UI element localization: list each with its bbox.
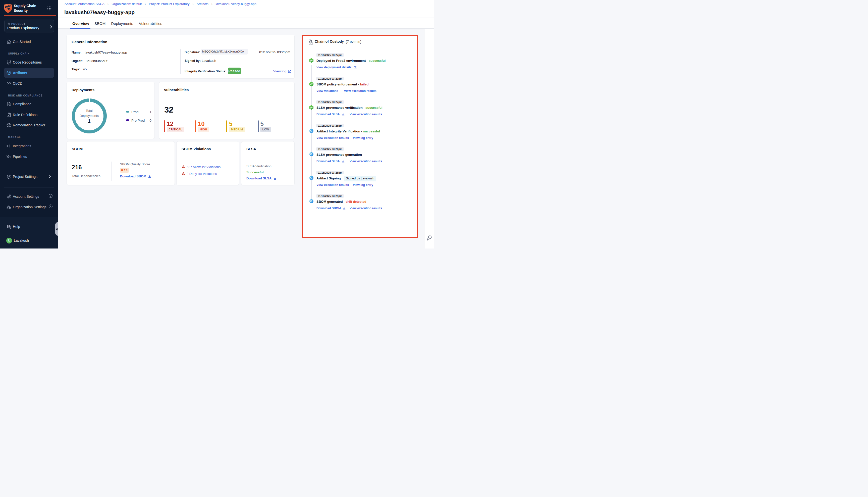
svg-text:?: ? [8, 225, 9, 227]
